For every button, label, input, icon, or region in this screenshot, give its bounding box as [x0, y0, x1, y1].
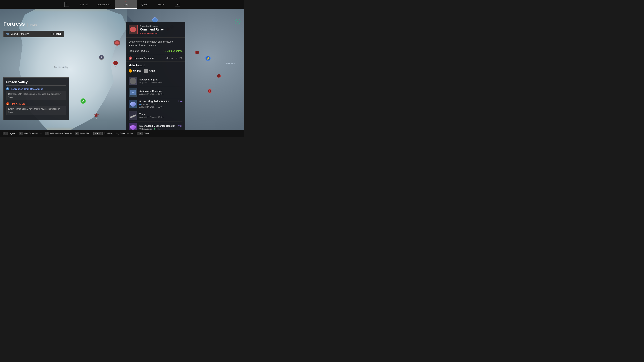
reward-item-action: ↔ Action and Reaction Acquisition Chance… [129, 87, 182, 98]
bottom-legend: F1 Legend [3, 132, 16, 135]
reward-thumb-tonfa [129, 111, 137, 120]
tech-tag-dot [154, 128, 155, 130]
mission-body: Destroy the command relay and disrupt th… [126, 37, 185, 55]
e-key-nav[interactable]: E [169, 0, 184, 9]
legend-label: Legend [9, 132, 16, 135]
mission-icon-inner [130, 26, 136, 32]
quest-tab[interactable]: Quest [137, 0, 153, 9]
mission-info: Battlefield Mission Command Relay Barrie… [140, 25, 164, 35]
map-tab[interactable]: Map [115, 0, 137, 9]
chill-effect-name: Decreases Chill Resistance [10, 87, 43, 90]
private-badge: Private [28, 23, 40, 27]
fire-effect-name: Fire ATK Up [10, 102, 25, 105]
frozen-thumb-icon [130, 101, 136, 107]
difficulty-label: World Difficulty [11, 32, 29, 35]
difficulty-bar[interactable]: World Difficulty Hard [3, 31, 64, 37]
map-area[interactable]: Frozen Valley Fallen Art ⏸ ? ⏸ ⏸ ⊕ ⏸ ⏸ [0, 9, 244, 130]
zone-title: Frozen Valley [6, 80, 66, 86]
reward-info-mech: Materialized Mechanics Reactor Rare Non-… [139, 124, 182, 130]
journal-tab[interactable]: Journal [75, 0, 93, 9]
difficulty-value: Hard [55, 32, 61, 35]
reward-info-tonfa: Tonfa Acquisition Chance: 50.0% [139, 113, 182, 118]
reward-rare-mech: Rare [178, 125, 182, 127]
mission-icon [129, 25, 138, 34]
enemy-icon: ☠ [129, 56, 132, 60]
gold-amount: 12,000 [133, 69, 141, 72]
chill-effect-header: ❄ Decreases Chill Resistance [6, 87, 66, 90]
reward-thumb-action: ↔ [129, 88, 137, 97]
reward-thumb-mech [129, 123, 137, 130]
map-dot [126, 1, 126, 2]
right-pin-blue[interactable]: ⚡ ⏸ [205, 56, 211, 62]
access-info-tab[interactable]: Access Info [93, 0, 115, 9]
reward-info-sweeping: Sweeping Squad Acquisition Chance: 5.0% [139, 78, 182, 84]
difficulty-label-group: World Difficulty [6, 32, 29, 35]
bottom-zoom: Zoom In & Out [116, 132, 133, 135]
chill-effect-desc: Decreases Chill Resistance of enemies th… [6, 91, 66, 100]
q-key-badge: Q [64, 2, 69, 7]
question-pin: ? [99, 55, 104, 60]
red-star-pin[interactable]: ⏸ [94, 113, 99, 120]
tag-tech: Tech [154, 128, 160, 130]
bottom-scroll-map: WASD Scroll Map [94, 132, 113, 135]
tag-chill: Chill [139, 103, 145, 105]
right-edge-pin[interactable] [235, 19, 240, 24]
fallen-art-map-label: Fallen Art [226, 62, 235, 65]
g-key: G [75, 132, 79, 135]
social-tab[interactable]: Social [153, 0, 169, 9]
r-key: R [19, 132, 23, 135]
f1-key: F1 [3, 132, 8, 135]
reward-name-sweeping: Sweeping Squad [139, 78, 158, 81]
wasd-key: WASD [94, 132, 103, 135]
mission-playtime: Estimated Playtime 10 Minutes or less [129, 50, 182, 52]
reward-rare-frozen: Rare [178, 100, 182, 103]
difficulty-gear-icon [6, 32, 9, 35]
close-label: Close [144, 132, 149, 135]
green-circle-pin[interactable]: ⊕ [80, 98, 86, 104]
scroll-map-label: Scroll Map [104, 132, 113, 135]
non-attr-tag-dot [139, 128, 141, 130]
mission-desc: Destroy the command relay and disrupt th… [129, 40, 182, 47]
frozen-valley-map-label: Frozen Valley [54, 66, 68, 68]
left-panel: Fortress Private World Difficulty Hard [0, 17, 67, 41]
blue-circle-pin: ⚡ [205, 56, 211, 61]
reward-name-mech: Materialized Mechanics Reactor [139, 124, 175, 127]
tag-non-attribute: Non-Attribute [139, 128, 152, 130]
pause-icon [52, 33, 54, 35]
mission-pin-question[interactable]: ? ⏸ [99, 55, 104, 61]
right-pin-circle-red[interactable] [208, 89, 212, 93]
reward-info-frozen: Frozen Singularity Reactor Rare Chill Si… [139, 100, 182, 108]
blue-diamond-pin-top[interactable] [152, 18, 157, 23]
reward-chance-tonfa: Acquisition Chance: 50.0% [139, 116, 182, 118]
reward-item-sweeping: Sweeping Squad Acquisition Chance: 5.0% [129, 75, 182, 87]
enemy-level: Monster Lv. 100 [166, 57, 182, 59]
green-pin: ⊕ [80, 98, 86, 104]
silver-amount: 2,000 [149, 69, 155, 72]
fire-icon: 🔥 [6, 102, 9, 105]
zone-effect-chill: ❄ Decreases Chill Resistance Decreases C… [6, 87, 66, 100]
zoom-label: Zoom In & Out [120, 132, 133, 135]
mission-rewards: Main Reward 12,000 ✦ 2,000 [126, 62, 185, 130]
mech-thumb-icon [130, 124, 136, 130]
bottom-bar: F1 Legend R View Other Difficulty F Diff… [0, 130, 244, 137]
chill-tag-dot [139, 104, 141, 105]
reward-name-tonfa: Tonfa [139, 113, 146, 116]
reward-name-frozen: Frozen Singularity Reactor [139, 100, 169, 103]
q-key-nav[interactable]: Q [60, 0, 75, 9]
world-map-label: World Map [80, 132, 90, 135]
reward-tags-mech: Non-Attribute Tech [139, 128, 182, 130]
chill-icon: ❄ [6, 87, 9, 90]
right-pin-red-3[interactable]: ⏸ [217, 74, 221, 79]
fire-effect-desc: Enemies that appear have their Fire ATK … [6, 106, 66, 115]
rewards-currency: 12,000 ✦ 2,000 [129, 69, 182, 73]
rewards-title: Main Reward [129, 64, 182, 67]
zone-effect-fire: 🔥 Fire ATK Up Enemies that appear have t… [6, 102, 66, 115]
esc-key: Esc [137, 132, 143, 135]
silver-icon: ✦ [144, 69, 148, 73]
tag-singular: Singular [146, 103, 155, 105]
mission-pin-2[interactable]: ⏸ [113, 61, 118, 67]
mission-pin-main[interactable]: ⏸ [114, 40, 120, 47]
fire-effect-header: 🔥 Fire ATK Up [6, 102, 66, 105]
bottom-close[interactable]: Esc Close [137, 132, 149, 135]
right-pin-red-2[interactable]: ⏸ [195, 51, 199, 56]
